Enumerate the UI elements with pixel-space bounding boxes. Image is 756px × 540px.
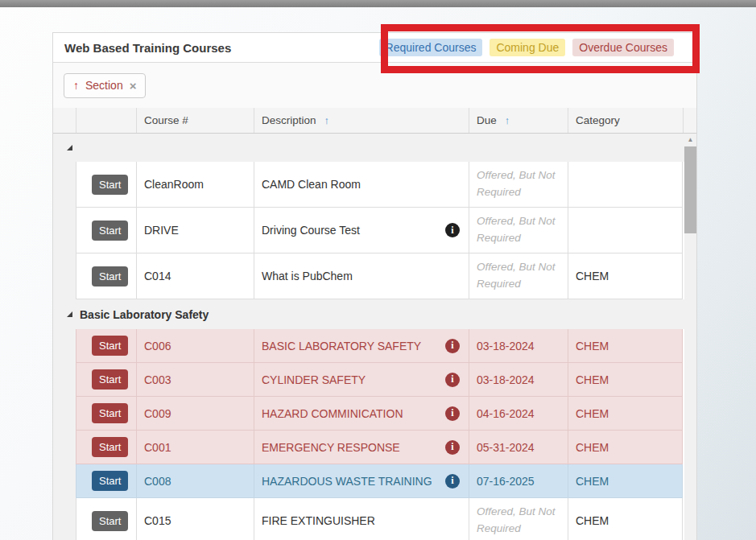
course-number-cell: DRIVE xyxy=(136,208,254,254)
category-cell xyxy=(568,208,683,254)
table-row: Start C015 FIRE EXTINGUISHER Offered, Bu… xyxy=(53,498,683,540)
table-row: Start C008 HAZARDOUS WASTE TRAININGi 07-… xyxy=(53,464,683,498)
sort-asc-icon: ↑ xyxy=(505,114,510,126)
section-chip-label: Section xyxy=(85,79,123,92)
table-row: Start C001 EMERGENCY RESPONSEi 05-31-202… xyxy=(53,431,683,464)
course-number-cell: C008 xyxy=(136,464,254,498)
category-cell: CHEM xyxy=(568,363,683,397)
category-cell: CHEM xyxy=(568,498,683,540)
header-filler-cell xyxy=(683,108,696,133)
info-icon[interactable]: i xyxy=(445,339,460,353)
vertical-scrollbar[interactable]: ▲ xyxy=(684,134,696,540)
start-button[interactable]: Start xyxy=(92,336,128,356)
course-number-cell: C015 xyxy=(136,498,254,540)
info-icon[interactable]: i xyxy=(445,406,460,421)
category-cell: CHEM xyxy=(568,397,683,431)
due-cell: 03-18-2024 xyxy=(469,363,568,397)
legend-coming-due: Coming Due xyxy=(490,39,565,56)
category-cell: CHEM xyxy=(568,464,683,498)
description-cell: What is PubChem xyxy=(262,270,353,282)
header-category[interactable]: Category xyxy=(568,108,683,133)
training-courses-panel: Web Based Training Courses Required Cour… xyxy=(52,32,697,540)
collapse-group-icon[interactable] xyxy=(67,145,72,150)
start-button[interactable]: Start xyxy=(92,221,128,241)
info-icon[interactable]: i xyxy=(445,373,460,387)
description-cell: HAZARDOUS WASTE TRAINING xyxy=(262,475,432,488)
scrollbar-thumb[interactable] xyxy=(684,146,696,233)
group-by-toolbar: ↑ Section × xyxy=(53,63,696,108)
course-number-cell: C003 xyxy=(136,363,254,397)
info-icon[interactable]: i xyxy=(445,223,460,237)
description-cell: CYLINDER SAFETY xyxy=(262,373,366,386)
start-button[interactable]: Start xyxy=(92,175,128,195)
course-number-cell: C001 xyxy=(136,431,254,464)
category-cell: CHEM xyxy=(568,329,683,363)
table-row: Start C014 What is PubChem Offered, But … xyxy=(53,254,683,299)
start-button[interactable]: Start xyxy=(92,266,128,286)
group-header-row[interactable] xyxy=(53,134,696,162)
description-cell: BASIC LABORATORY SAFETY xyxy=(262,340,421,352)
header-due[interactable]: Due↑ xyxy=(469,108,568,133)
header-course-number[interactable]: Course # xyxy=(136,108,254,133)
course-number-cell: C009 xyxy=(136,397,254,431)
start-button[interactable]: Start xyxy=(92,403,128,423)
header-action-cell xyxy=(76,108,136,133)
start-button[interactable]: Start xyxy=(92,437,128,457)
due-cell: Offered, But Not Required xyxy=(469,162,568,208)
group-label: Basic Laboratory Safety xyxy=(80,308,209,321)
description-cell: CAMD Clean Room xyxy=(262,178,361,191)
group-header-row[interactable]: Basic Laboratory Safety xyxy=(53,299,696,329)
legend-overdue-courses: Overdue Courses xyxy=(572,39,674,56)
header-gutter-cell xyxy=(53,108,76,133)
remove-group-icon[interactable]: × xyxy=(130,79,137,93)
table-row: Start C006 BASIC LABORATORY SAFETYi 03-1… xyxy=(53,329,683,363)
course-number-cell: C006 xyxy=(136,329,254,363)
start-button[interactable]: Start xyxy=(92,471,128,491)
start-button[interactable]: Start xyxy=(92,369,128,390)
window-top-bar xyxy=(0,0,756,7)
table-body: Start CleanRoom CAMD Clean Room Offered,… xyxy=(53,134,696,540)
info-icon[interactable]: i xyxy=(445,474,460,488)
start-button[interactable]: Start xyxy=(92,511,128,531)
due-cell: Offered, But Not Required xyxy=(469,208,568,254)
table-row: Start DRIVE Driving Course Testi Offered… xyxy=(53,208,683,254)
sort-ascending-icon[interactable]: ↑ xyxy=(73,79,79,92)
scroll-up-icon[interactable]: ▲ xyxy=(684,134,696,146)
page-title: Web Based Training Courses xyxy=(64,41,231,55)
due-cell: 05-31-2024 xyxy=(469,431,568,464)
info-icon[interactable]: i xyxy=(445,440,460,455)
category-cell: CHEM xyxy=(568,254,683,299)
description-cell: Driving Course Test xyxy=(262,224,360,237)
course-number-cell: CleanRoom xyxy=(136,162,254,208)
description-cell: FIRE EXTINGUISHER xyxy=(262,514,375,527)
panel-header: Web Based Training Courses Required Cour… xyxy=(53,33,696,63)
due-cell: 03-18-2024 xyxy=(469,329,568,363)
due-cell: Offered, But Not Required xyxy=(469,498,568,540)
description-cell: EMERGENCY RESPONSE xyxy=(262,441,400,454)
description-cell: HAZARD COMMINICATION xyxy=(262,407,403,420)
legend: Required Courses Coming Due Overdue Cour… xyxy=(379,39,674,56)
category-cell xyxy=(568,162,683,208)
collapse-group-icon[interactable] xyxy=(67,311,72,317)
table-row: Start C003 CYLINDER SAFETYi 03-18-2024 C… xyxy=(53,363,683,397)
due-cell: 07-16-2025 xyxy=(469,464,568,498)
table-header-row: Course # Description↑ Due↑ Category xyxy=(53,108,696,134)
header-description[interactable]: Description↑ xyxy=(254,108,469,133)
table-row: Start CleanRoom CAMD Clean Room Offered,… xyxy=(53,162,683,208)
sort-asc-icon: ↑ xyxy=(324,114,330,126)
due-cell: 04-16-2024 xyxy=(469,397,568,431)
due-cell: Offered, But Not Required xyxy=(469,254,568,299)
course-number-cell: C014 xyxy=(136,254,254,299)
table-row: Start C009 HAZARD COMMINICATIONi 04-16-2… xyxy=(53,397,683,431)
section-group-chip[interactable]: ↑ Section × xyxy=(64,73,146,98)
legend-required-courses: Required Courses xyxy=(379,39,483,56)
category-cell: CHEM xyxy=(568,431,683,464)
